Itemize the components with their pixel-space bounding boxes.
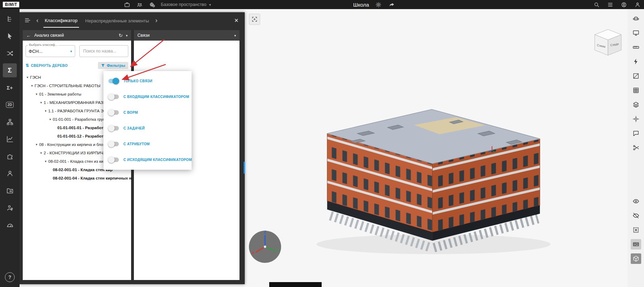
toggle-knob	[108, 93, 115, 100]
tree-expand-caret[interactable]: ▾	[29, 84, 35, 88]
tabs-scroll-left-icon[interactable]: ‹	[36, 17, 38, 23]
user-location-icon[interactable]	[3, 201, 17, 215]
toggle-switch[interactable]	[108, 158, 119, 162]
tree-structure-icon[interactable]	[3, 12, 17, 26]
plugin-puzzle-icon[interactable]	[3, 149, 17, 163]
classifier-controls: Выбрать классиф... ФСН... ▾	[23, 41, 131, 57]
measure-icon[interactable]	[631, 42, 641, 52]
hide-icon[interactable]	[631, 210, 641, 221]
filters-popup: ТОЛЬКО СВЯЗИС ВХОДЯЩИМ КЛАССИФИКАТОРОМС …	[103, 71, 192, 170]
search-input[interactable]	[83, 48, 125, 54]
connections-icon[interactable]	[3, 46, 17, 60]
select-pointer-icon[interactable]	[3, 29, 17, 43]
chart-icon[interactable]	[3, 132, 17, 146]
clash-icon[interactable]	[631, 56, 641, 67]
collapse-tree-button[interactable]: ⇅ СВЕРНУТЬ ДЕРЕВО	[26, 63, 68, 68]
tree-expand-caret[interactable]: ▾	[48, 118, 53, 121]
tree-expand-caret[interactable]: ▾	[25, 76, 30, 79]
projects-icon[interactable]	[123, 1, 131, 8]
classifier-select[interactable]: Выбрать классиф... ФСН... ▾	[26, 45, 75, 57]
tab-classifier[interactable]: Классификатор	[43, 13, 79, 28]
tabs-scroll-right-icon[interactable]: ›	[155, 17, 157, 23]
tree-expand-caret[interactable]: ▾	[43, 160, 48, 163]
folder-export-icon[interactable]	[3, 183, 17, 197]
filter-row: С АТРИБУТОМ	[103, 136, 192, 152]
toggle-knob	[108, 109, 115, 116]
2d-view-icon[interactable]: 2D	[3, 98, 17, 112]
help-button[interactable]: ?	[5, 272, 15, 282]
section-plane-icon[interactable]	[631, 71, 641, 81]
search-icon[interactable]	[593, 1, 600, 8]
2d-glyph: 2D	[6, 102, 14, 108]
sigma-plus-glyph: Σ+	[7, 85, 13, 91]
left-toolbar: Σ Σ+ 2D ?	[0, 9, 20, 287]
toggle-switch[interactable]	[108, 142, 119, 146]
tab-unassigned-elements[interactable]: Нераспределённые элементы	[84, 14, 150, 27]
tree-expand-caret[interactable]: ▾	[38, 151, 44, 155]
right-toolbar	[628, 9, 644, 287]
sigma-plus-icon[interactable]: Σ+	[3, 80, 17, 94]
classifier-select-value: ФСН...	[29, 49, 43, 54]
focus-mode-button[interactable]	[249, 14, 260, 25]
share-icon[interactable]	[388, 1, 396, 8]
hierarchy-icon[interactable]	[3, 115, 17, 129]
help-glyph: ?	[8, 274, 12, 280]
app-logo: BiMiT	[3, 2, 19, 7]
refresh-icon[interactable]: ↻	[119, 33, 123, 38]
tree-item-label: ГЭСН	[30, 75, 41, 79]
tree-item-label: 08-02-001 - Кладка стен из кирп	[48, 159, 108, 163]
links-caret-icon[interactable]: ▾	[234, 34, 236, 37]
gauge-icon[interactable]	[3, 218, 17, 232]
header-caret-icon[interactable]: ▾	[126, 34, 128, 37]
filter-row: ТОЛЬКО СВЯЗИ	[103, 73, 192, 89]
filter-row: С ИСХОДЯЩИМ КЛАССИФИКАТОРОМ	[103, 152, 192, 168]
close-panel-button[interactable]: ×	[232, 16, 241, 24]
collapse-tree-label: СВЕРНУТЬ ДЕРЕВО	[31, 64, 67, 68]
view-cube[interactable]: Слева Сзади	[593, 27, 623, 58]
analysis-sigma-icon[interactable]: Σ	[3, 63, 17, 77]
screen-icon[interactable]	[631, 28, 641, 38]
walls-icon[interactable]	[631, 239, 641, 250]
toggle-switch[interactable]	[108, 110, 119, 115]
storeys-icon[interactable]	[631, 99, 641, 110]
chevron-down-icon: ▾	[209, 3, 211, 7]
show-icon[interactable]	[631, 196, 641, 206]
user-icon[interactable]	[634, 1, 641, 8]
tree-item[interactable]: 08-02-001-04 - Кладка стен кирпичных на…	[23, 174, 131, 182]
section-box-icon[interactable]	[631, 253, 641, 264]
tree-expand-caret[interactable]: ▾	[38, 101, 44, 104]
tree-expand-caret[interactable]: ▾	[34, 143, 39, 146]
spaces-icon[interactable]	[148, 1, 156, 8]
filter-label: С ИСХОДЯЩИМ КЛАССИФИКАТОРОМ	[123, 158, 192, 162]
panel-tab-bar: ‹ Классификатор Нераспределённые элемент…	[20, 12, 245, 28]
gear-icon[interactable]	[375, 1, 382, 8]
toggle-switch[interactable]	[108, 79, 119, 83]
isolate-off-icon[interactable]	[631, 225, 641, 235]
filter-row: С ВХОДЯЩИМ КЛАССИФИКАТОРОМ	[103, 89, 192, 105]
toggle-switch[interactable]	[108, 94, 119, 99]
topbar-right-tools	[593, 0, 641, 9]
select-caret-icon: ▾	[70, 49, 72, 53]
focus-target-icon[interactable]	[631, 114, 641, 124]
markup-icon[interactable]	[631, 128, 641, 139]
user-roles-icon[interactable]	[3, 166, 17, 180]
panel-menu-icon[interactable]	[24, 16, 31, 24]
tree-expand-caret[interactable]: ▾	[43, 109, 48, 113]
team-icon[interactable]	[136, 1, 143, 8]
toggle-switch[interactable]	[108, 126, 119, 131]
back-arrow-icon[interactable]: ←	[26, 33, 31, 38]
list-icon[interactable]	[606, 1, 614, 8]
filters-button[interactable]: Фильтры	[98, 62, 128, 69]
orbit-icon[interactable]	[631, 13, 641, 24]
navigation-gizmo[interactable]: Z X Y	[248, 229, 282, 264]
filter-row: С ЗАДАЧЕЙ	[103, 120, 192, 136]
links-header: Связи ▾	[134, 30, 239, 41]
panel-resize-handle[interactable]	[244, 162, 245, 174]
tree-expand-caret[interactable]: ▾	[34, 92, 39, 96]
account-circle-icon[interactable]	[620, 1, 628, 8]
workspace-select[interactable]: Базовое пространство ▾	[161, 2, 227, 7]
clip-icon[interactable]	[631, 142, 641, 153]
toggle-knob	[108, 125, 115, 132]
gizmo-y-label: Y	[277, 249, 280, 253]
grid-icon[interactable]	[631, 85, 641, 96]
